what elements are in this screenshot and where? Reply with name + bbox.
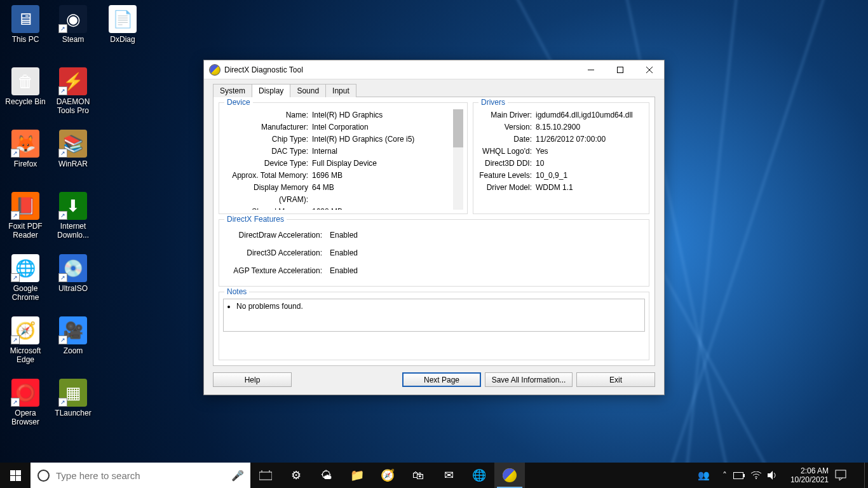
taskbar-mail-icon[interactable]: ✉ <box>433 463 464 488</box>
maximize-button[interactable] <box>606 60 635 79</box>
desktop-icon-winrar[interactable]: 📚↗WinRAR <box>50 130 97 168</box>
next-page-button[interactable]: Next Page <box>402 372 481 387</box>
info-key: Manufacturer: <box>223 121 312 133</box>
info-key: Main Driver: <box>477 109 536 121</box>
search-input[interactable] <box>56 470 225 481</box>
task-view-button[interactable] <box>250 463 281 488</box>
clock-time: 2:06 AM <box>790 466 829 475</box>
meet-now-icon[interactable]: 👥 <box>692 463 716 488</box>
taskbar-clock[interactable]: 2:06 AM 10/20/2021 <box>784 466 835 484</box>
icon-label: Steam <box>50 35 97 44</box>
tray-volume-icon[interactable] <box>768 471 778 480</box>
desktop-icon-zoom[interactable]: 🎥↗Zoom <box>50 316 97 355</box>
svg-rect-7 <box>733 472 743 478</box>
desktop-icon-tlauncher[interactable]: ▦↗TLauncher <box>50 379 97 417</box>
taskbar-store-icon[interactable]: 🛍 <box>403 463 433 488</box>
desktop-icon-microsoft-edge[interactable]: 🧭↗Microsoft Edge <box>2 316 49 364</box>
system-tray-area: 👥 ˄ 2:06 AM 10/20/2021 <box>692 463 868 488</box>
info-value: Internal <box>312 146 453 158</box>
notes-textbox[interactable]: No problems found. <box>223 299 645 332</box>
info-value: Full Display Device <box>312 158 453 170</box>
desktop-icon-steam[interactable]: ◉↗Steam <box>50 5 97 44</box>
info-row: DirectDraw Acceleration:Enabled <box>223 226 645 244</box>
search-box[interactable]: 🎤 <box>31 463 250 488</box>
minimize-button[interactable] <box>576 60 606 79</box>
dxdiag-window: DirectX Diagnostic Tool SystemDisplaySou… <box>203 60 665 395</box>
device-scroll-area[interactable]: Name:Intel(R) HD GraphicsManufacturer:In… <box>223 109 463 210</box>
tab-input[interactable]: Input <box>325 84 356 97</box>
tray-chevron-up-icon[interactable]: ˄ <box>722 470 727 480</box>
window-title: DirectX Diagnostic Tool <box>224 65 303 74</box>
group-notes: Notes No problems found. <box>219 292 649 360</box>
group-drivers: Drivers Main Driver:igdumd64.dll,igd10um… <box>473 102 649 214</box>
desktop-icon-ultraiso[interactable]: 💿↗UltraISO <box>50 254 97 293</box>
shortcut-arrow-icon: ↗ <box>11 149 20 158</box>
cortana-icon[interactable] <box>31 470 56 482</box>
shortcut-arrow-icon: ↗ <box>11 211 20 220</box>
info-row: Shared Memory:1632 MB <box>223 206 453 210</box>
scrollbar[interactable] <box>453 109 463 210</box>
info-row: Date:11/26/2012 07:00:00 <box>477 133 645 146</box>
info-key: Name: <box>223 109 312 121</box>
tray-battery-icon[interactable] <box>733 472 745 479</box>
desktop-icon-recycle-bin[interactable]: 🗑Recycle Bin <box>2 67 49 106</box>
legend-device: Device <box>224 98 253 107</box>
clock-date: 10/20/2021 <box>790 475 829 484</box>
group-features: DirectX Features DirectDraw Acceleration… <box>219 219 649 287</box>
desktop-icon-dxdiag[interactable]: 📄DxDiag <box>99 5 146 44</box>
tab-sound[interactable]: Sound <box>290 84 326 97</box>
close-button[interactable] <box>635 60 664 79</box>
info-row: Name:Intel(R) HD Graphics <box>223 109 453 121</box>
scroll-thumb[interactable] <box>453 109 463 147</box>
shortcut-arrow-icon: ↗ <box>58 273 67 282</box>
mic-icon[interactable]: 🎤 <box>225 470 250 482</box>
icon-label: Microsoft Edge <box>2 346 49 364</box>
info-row: Display Memory (VRAM):64 MB <box>223 182 453 206</box>
info-row: Direct3D Acceleration:Enabled <box>223 244 645 262</box>
info-row: AGP Texture Acceleration:Enabled <box>223 262 645 280</box>
titlebar[interactable]: DirectX Diagnostic Tool <box>204 60 664 79</box>
desktop-icon-firefox[interactable]: 🦊↗Firefox <box>2 130 49 168</box>
info-row: Manufacturer:Intel Corporation <box>223 121 453 133</box>
info-row: Chip Type:Intel(R) HD Graphics (Core i5) <box>223 133 453 146</box>
tab-display[interactable]: Display <box>252 84 290 97</box>
show-desktop-button[interactable] <box>864 463 868 488</box>
save-all-button[interactable]: Save All Information... <box>485 372 573 387</box>
svg-rect-1 <box>618 67 623 72</box>
shortcut-arrow-icon: ↗ <box>58 398 67 407</box>
help-button[interactable]: Help <box>213 372 292 387</box>
start-button[interactable] <box>0 463 31 488</box>
taskbar-explorer-icon[interactable]: 📁 <box>342 463 372 488</box>
desktop-icon-google-chrome[interactable]: 🌐↗Google Chrome <box>2 254 49 302</box>
shortcut-arrow-icon: ↗ <box>58 24 67 33</box>
desktop-icon-internet-downlo-[interactable]: ⬇↗Internet Downlo... <box>50 192 97 240</box>
info-value: 1696 MB <box>312 170 453 182</box>
desktop-icon-foxit-pdf-reader[interactable]: 📕↗Foxit PDF Reader <box>2 192 49 240</box>
icon-label: Internet Downlo... <box>50 222 97 240</box>
taskbar-edge-icon[interactable]: 🧭 <box>372 463 403 488</box>
info-row: Approx. Total Memory:1696 MB <box>223 170 453 182</box>
taskbar-dxdiag-icon[interactable] <box>494 463 525 488</box>
info-key: Device Type: <box>223 158 312 170</box>
system-tray[interactable]: ˄ <box>716 470 784 480</box>
info-key: Driver Model: <box>477 182 536 194</box>
taskbar-settings-icon[interactable]: ⚙ <box>281 463 311 488</box>
action-center-button[interactable] <box>835 470 864 481</box>
exit-button[interactable]: Exit <box>576 372 655 387</box>
info-key: Direct3D DDI: <box>477 158 536 170</box>
desktop-icon-daemon-tools-pro[interactable]: ⚡↗DAEMON Tools Pro <box>50 67 97 115</box>
icon-label: Opera Browser <box>2 409 49 426</box>
icon-label: This PC <box>2 35 49 44</box>
tab-system[interactable]: System <box>213 84 252 97</box>
legend-features: DirectX Features <box>224 215 287 224</box>
tray-wifi-icon[interactable] <box>751 471 761 479</box>
desktop-icon-opera-browser[interactable]: ⭕↗Opera Browser <box>2 379 49 426</box>
shortcut-arrow-icon: ↗ <box>11 398 20 407</box>
info-row: WHQL Logo'd:Yes <box>477 146 645 158</box>
desktop-icon-this-pc[interactable]: 🖥This PC <box>2 5 49 44</box>
shortcut-arrow-icon: ↗ <box>58 86 67 95</box>
shortcut-arrow-icon: ↗ <box>58 211 67 220</box>
taskbar-chrome-icon[interactable]: 🌐 <box>464 463 494 488</box>
taskbar-weather-icon[interactable]: 🌤 <box>311 463 342 488</box>
icon-label: TLauncher <box>50 409 97 417</box>
